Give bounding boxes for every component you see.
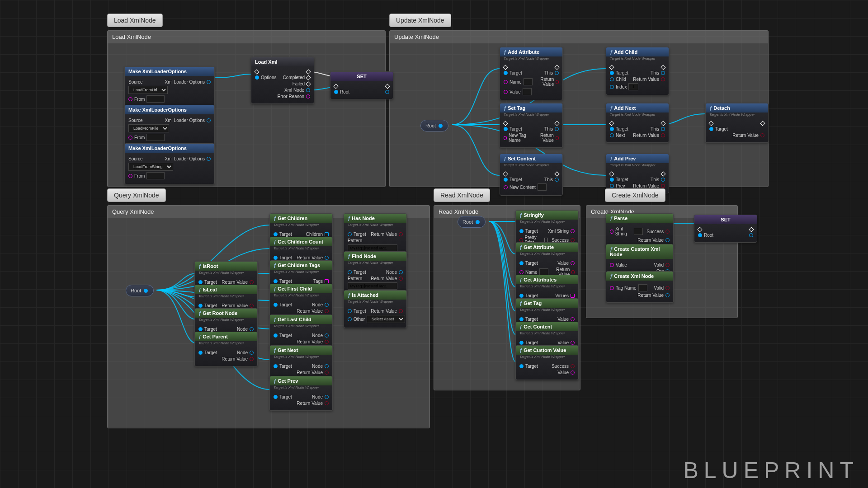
node-createxmlnode[interactable]: Create Xml Node Tag NameValid Return Val… <box>606 271 674 303</box>
watermark: BLUEPRINT <box>683 457 859 483</box>
node-getnext[interactable]: Get NextTarget is Xml Node Wrapper Targe… <box>269 345 333 380</box>
node-set-root-create[interactable]: SET Root <box>694 215 757 243</box>
node-set-content[interactable]: Set Content Target is Xml Node Wrapper T… <box>500 154 563 196</box>
from-input-2[interactable] <box>146 134 165 141</box>
header-load: Load XmlNode <box>108 31 385 43</box>
node-set-tag[interactable]: Set Tag Target is Xml Node Wrapper Targe… <box>500 103 563 148</box>
node-make-options-3[interactable]: Make XmlLoaderOptions Source Xml Loader … <box>124 143 215 184</box>
tab-load: Load XmlNode <box>107 14 163 27</box>
node-set-root[interactable]: SET Root <box>330 71 393 99</box>
node-add-next[interactable]: Add Next Target is Xml Node Wrapper Targ… <box>606 103 669 143</box>
node-getfirstchild[interactable]: Get First ChildTarget is Xml Node Wrappe… <box>269 284 333 319</box>
node-title: Make XmlLoaderOptions <box>125 67 214 76</box>
root-query[interactable]: Root <box>126 285 154 296</box>
node-parse[interactable]: Parse Xml StringSuccess Return Value <box>606 213 674 248</box>
node-load-xml[interactable]: Load Xml Options Completed Failed Xml No… <box>251 57 314 104</box>
tab-create: Create XmlNode <box>605 188 665 202</box>
from-input-1[interactable] <box>146 95 165 103</box>
node-getparent[interactable]: Get ParentTarget is Xml Node Wrapper Tar… <box>194 332 258 366</box>
node-make-options-1[interactable]: Make XmlLoaderOptions Source Xml Loader … <box>124 66 215 108</box>
node-getprev[interactable]: Get PrevTarget is Xml Node Wrapper Targe… <box>269 376 333 411</box>
root-update[interactable]: Root <box>420 120 448 131</box>
tab-query: Query XmlNode <box>107 188 166 202</box>
node-hasnode[interactable]: Has NodeTarget is Xml Node Wrapper Targe… <box>344 213 407 257</box>
node-getcustomvalue[interactable]: Get Custom ValueTarget is Xml Node Wrapp… <box>515 345 579 380</box>
root-read[interactable]: Root <box>458 216 486 228</box>
source-select-3[interactable]: LoadFromString <box>128 163 173 171</box>
node-add-child[interactable]: Add Child Target is Xml Node Wrapper Tar… <box>606 47 669 95</box>
node-findnode[interactable]: Find NodeTarget is Xml Node Wrapper Targ… <box>344 251 407 295</box>
source-select-1[interactable]: LoadFromUrl <box>128 86 168 94</box>
node-getlastchild[interactable]: Get Last ChildTarget is Xml Node Wrapper… <box>269 314 333 349</box>
from-input-3[interactable] <box>146 172 165 179</box>
node-detach[interactable]: Detach Target is Xml Node Wrapper Target… <box>705 103 769 143</box>
tab-read: Read XmlNode <box>434 188 490 202</box>
node-make-options-2[interactable]: Make XmlLoaderOptions Source Xml Loader … <box>124 105 215 146</box>
tab-update: Update XmlNode <box>389 14 451 27</box>
node-isattached[interactable]: Is AttachedTarget is Xml Node Wrapper Ta… <box>344 290 407 328</box>
node-add-prev[interactable]: Add Prev Target is Xml Node Wrapper Targ… <box>606 154 669 193</box>
source-select-2[interactable]: LoadFromFile <box>128 124 169 132</box>
node-add-attribute[interactable]: Add Attribute Target is Xml Node Wrapper… <box>500 47 563 100</box>
